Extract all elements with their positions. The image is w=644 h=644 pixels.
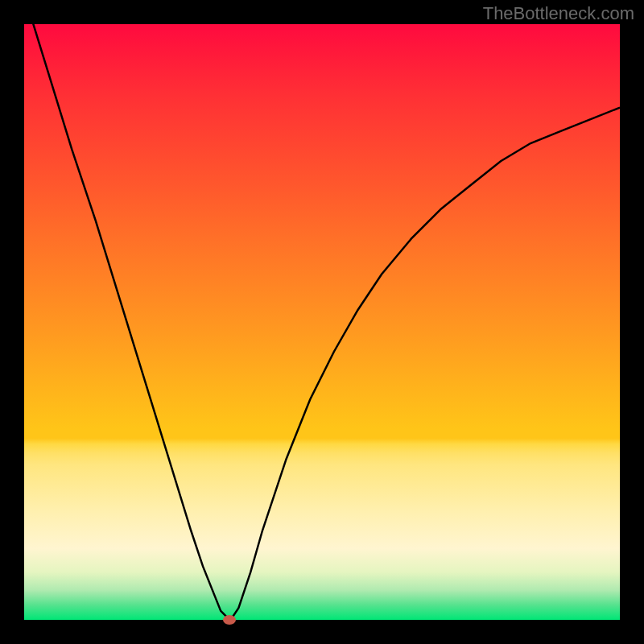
watermark-text: TheBottleneck.com <box>483 3 634 24</box>
chart-plot-area <box>24 24 620 620</box>
bottleneck-curve <box>24 24 620 620</box>
optimal-point-marker <box>223 615 236 625</box>
